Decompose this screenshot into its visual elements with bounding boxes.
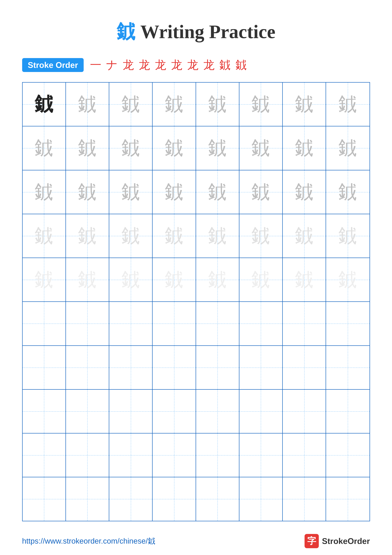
grid-cell-2-2[interactable]: 龯	[66, 126, 109, 170]
stroke-2: ナ	[106, 58, 118, 73]
grid-cell-9-7[interactable]	[283, 433, 326, 477]
grid-cell-4-5[interactable]: 龯	[196, 214, 239, 258]
grid-cell-7-7[interactable]	[283, 346, 326, 389]
grid-cell-7-4[interactable]	[153, 346, 196, 389]
char-5-2: 龯	[78, 270, 97, 289]
grid-cell-5-5[interactable]: 龯	[196, 258, 239, 301]
grid-cell-2-3[interactable]: 龯	[109, 126, 153, 170]
grid-cell-1-3[interactable]: 龯	[109, 83, 153, 126]
grid-cell-2-7[interactable]: 龯	[283, 126, 326, 170]
grid-cell-4-8[interactable]: 龯	[326, 214, 369, 258]
grid-cell-10-7[interactable]	[283, 477, 326, 521]
footer: https://www.strokeorder.com/chinese/龯 字 …	[22, 534, 370, 548]
grid-cell-2-8[interactable]: 龯	[326, 126, 369, 170]
grid-cell-9-2[interactable]	[66, 433, 109, 477]
char-4-1: 龯	[35, 226, 53, 245]
grid-cell-7-8[interactable]	[326, 346, 369, 389]
grid-cell-4-3[interactable]: 龯	[109, 214, 153, 258]
grid-cell-6-5[interactable]	[196, 302, 239, 345]
grid-cell-5-1[interactable]: 龯	[23, 258, 66, 301]
grid-cell-4-6[interactable]: 龯	[239, 214, 283, 258]
footer-url[interactable]: https://www.strokeorder.com/chinese/龯	[22, 536, 156, 546]
char-2-5: 龯	[208, 139, 227, 158]
grid-cell-2-4[interactable]: 龯	[153, 126, 196, 170]
grid-cell-4-7[interactable]: 龯	[283, 214, 326, 258]
char-2-6: 龯	[251, 139, 270, 158]
grid-cell-2-1[interactable]: 龯	[23, 126, 66, 170]
char-2-3: 龯	[121, 139, 140, 158]
grid-cell-5-2[interactable]: 龯	[66, 258, 109, 301]
grid-cell-5-3[interactable]: 龯	[109, 258, 153, 301]
grid-cell-2-6[interactable]: 龯	[239, 126, 283, 170]
grid-cell-5-4[interactable]: 龯	[153, 258, 196, 301]
grid-cell-2-5[interactable]: 龯	[196, 126, 239, 170]
grid-cell-9-3[interactable]	[109, 433, 153, 477]
grid-row-2: 龯 龯 龯 龯 龯 龯 龯 龯	[23, 126, 370, 170]
grid-cell-1-2[interactable]: 龯	[66, 83, 109, 126]
char-5-4: 龯	[165, 270, 184, 289]
grid-cell-1-1[interactable]: 龯	[23, 83, 66, 126]
grid-cell-10-1[interactable]	[23, 477, 66, 521]
grid-cell-6-3[interactable]	[109, 302, 153, 345]
grid-cell-6-8[interactable]	[326, 302, 369, 345]
grid-cell-10-2[interactable]	[66, 477, 109, 521]
grid-cell-8-8[interactable]	[326, 390, 369, 433]
grid-cell-1-5[interactable]: 龯	[196, 83, 239, 126]
grid-cell-6-6[interactable]	[239, 302, 283, 345]
grid-cell-3-6[interactable]: 龯	[239, 170, 283, 214]
grid-cell-8-3[interactable]	[109, 390, 153, 433]
grid-cell-7-3[interactable]	[109, 346, 153, 389]
grid-cell-8-1[interactable]	[23, 390, 66, 433]
char-4-5: 龯	[208, 226, 227, 245]
grid-cell-8-4[interactable]	[153, 390, 196, 433]
grid-cell-6-4[interactable]	[153, 302, 196, 345]
grid-cell-8-6[interactable]	[239, 390, 283, 433]
grid-cell-7-6[interactable]	[239, 346, 283, 389]
grid-cell-6-7[interactable]	[283, 302, 326, 345]
grid-cell-5-7[interactable]: 龯	[283, 258, 326, 301]
grid-cell-1-6[interactable]: 龯	[239, 83, 283, 126]
grid-cell-6-2[interactable]	[66, 302, 109, 345]
grid-cell-10-5[interactable]	[196, 477, 239, 521]
grid-cell-7-5[interactable]	[196, 346, 239, 389]
grid-cell-5-8[interactable]: 龯	[326, 258, 369, 301]
grid-cell-1-7[interactable]: 龯	[283, 83, 326, 126]
grid-cell-3-7[interactable]: 龯	[283, 170, 326, 214]
grid-cell-4-4[interactable]: 龯	[153, 214, 196, 258]
grid-cell-8-7[interactable]	[283, 390, 326, 433]
grid-cell-3-4[interactable]: 龯	[153, 170, 196, 214]
grid-cell-3-5[interactable]: 龯	[196, 170, 239, 214]
grid-cell-1-4[interactable]: 龯	[153, 83, 196, 126]
grid-cell-3-2[interactable]: 龯	[66, 170, 109, 214]
grid-cell-3-1[interactable]: 龯	[23, 170, 66, 214]
grid-cell-10-4[interactable]	[153, 477, 196, 521]
char-3-1: 龯	[35, 183, 53, 202]
grid-cell-1-8[interactable]: 龯	[326, 83, 369, 126]
stroke-3: 龙	[122, 58, 134, 73]
grid-row-6	[23, 302, 370, 346]
grid-cell-3-3[interactable]: 龯	[109, 170, 153, 214]
grid-cell-7-2[interactable]	[66, 346, 109, 389]
grid-cell-9-1[interactable]	[23, 433, 66, 477]
grid-cell-4-1[interactable]: 龯	[23, 214, 66, 258]
char-5-1: 龯	[35, 270, 53, 289]
grid-cell-9-8[interactable]	[326, 433, 369, 477]
grid-cell-3-8[interactable]: 龯	[326, 170, 369, 214]
grid-cell-9-6[interactable]	[239, 433, 283, 477]
char-4-6: 龯	[251, 226, 270, 245]
grid-cell-5-6[interactable]: 龯	[239, 258, 283, 301]
grid-cell-7-1[interactable]	[23, 346, 66, 389]
grid-row-10	[23, 477, 370, 521]
grid-cell-10-8[interactable]	[326, 477, 369, 521]
grid-cell-8-2[interactable]	[66, 390, 109, 433]
grid-cell-10-3[interactable]	[109, 477, 153, 521]
char-1-7: 龯	[295, 95, 314, 114]
grid-cell-4-2[interactable]: 龯	[66, 214, 109, 258]
grid-cell-9-4[interactable]	[153, 433, 196, 477]
practice-grid: 龯 龯 龯 龯 龯 龯 龯 龯 龯 龯 龯 龯 龯 龯 龯 龯 龯 龯 龯 龯 …	[22, 82, 370, 521]
grid-cell-6-1[interactable]	[23, 302, 66, 345]
grid-cell-9-5[interactable]	[196, 433, 239, 477]
grid-cell-8-5[interactable]	[196, 390, 239, 433]
grid-cell-10-6[interactable]	[239, 477, 283, 521]
char-1-6: 龯	[251, 95, 270, 114]
